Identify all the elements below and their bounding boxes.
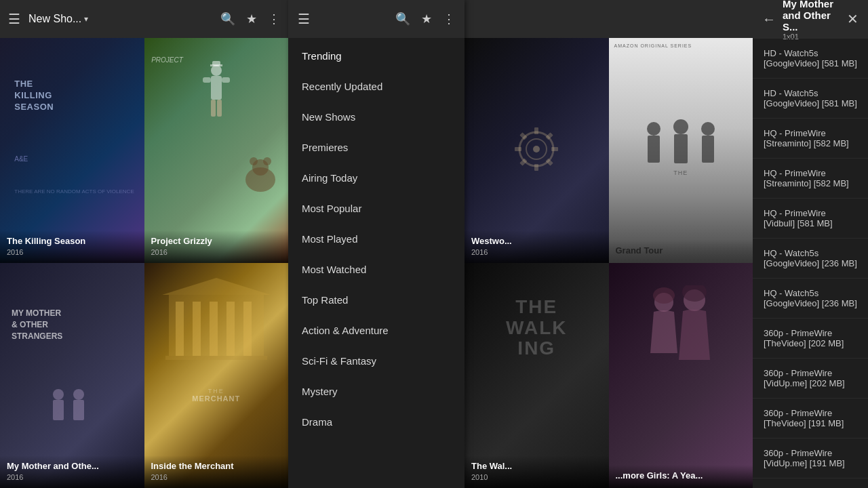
svg-rect-13 xyxy=(53,400,64,420)
content-card-westworld[interactable]: Westwo... 2016 xyxy=(465,38,609,263)
more-icon[interactable]: ⋮ xyxy=(268,12,280,26)
episode-item[interactable]: 360p - PrimeWire [TheVideo] [202 MB] xyxy=(753,319,868,359)
left-panel: ☰ New Sho... ▾ 🔍 ★ ⋮ THEKILLINGSEASON A&… xyxy=(0,0,288,488)
menu-item-new-shows[interactable]: New Shows xyxy=(288,102,465,132)
star-icon[interactable]: ★ xyxy=(246,12,257,26)
episode-item[interactable]: HD - Watch5s [GoogleVideo] [581 MB] xyxy=(753,79,868,119)
menu-item-drama[interactable]: Drama xyxy=(288,407,465,437)
svg-rect-5 xyxy=(222,77,230,83)
svg-rect-40 xyxy=(702,136,714,163)
episode-item[interactable]: HQ - Watch5s [GoogleVideo] [236 MB] xyxy=(753,239,868,279)
episode-item[interactable]: HQ - PrimeWire [Streaminto] [582 MB] xyxy=(753,119,868,159)
menu-item-recently-updated[interactable]: Recently Updated xyxy=(288,71,465,102)
middle-more-icon[interactable]: ⋮ xyxy=(443,12,455,26)
show-card-merchant[interactable]: THE MERCHANT Inside the Merchant 2016 xyxy=(144,263,289,488)
content-info-walking: The Wal... 2010 xyxy=(465,455,609,488)
svg-rect-23 xyxy=(165,356,267,360)
svg-point-10 xyxy=(250,157,258,165)
killing-tagline-overlay: THERE ARE NO RANDOM ACTS OF VIOLENCE xyxy=(14,188,137,195)
title-dropdown[interactable]: New Sho... ▾ xyxy=(28,13,212,25)
svg-rect-30 xyxy=(546,158,553,165)
episode-item[interactable]: HQ - PrimeWire [Vidbull] [581 MB] xyxy=(753,199,868,239)
search-icon[interactable]: 🔍 xyxy=(220,12,235,26)
svg-point-14 xyxy=(73,389,84,400)
svg-marker-22 xyxy=(162,278,271,295)
show-bg-mother xyxy=(0,263,144,488)
killing-title-overlay: THEKILLINGSEASON xyxy=(14,79,54,113)
menu-item-trending[interactable]: Trending xyxy=(288,41,465,71)
content-year-walking: 2010 xyxy=(471,473,602,481)
westworld-cog-svg xyxy=(509,122,564,176)
svg-rect-32 xyxy=(520,158,528,165)
right-content-grid: Westwo... 2016 AMAZON ORIGINAL SERIES TH… xyxy=(465,38,753,488)
svg-rect-18 xyxy=(193,302,201,356)
grand-tour-people-svg xyxy=(637,117,725,171)
show-card-killing[interactable]: THEKILLINGSEASON A&E THERE ARE NO RANDOM… xyxy=(0,38,144,263)
middle-search-icon[interactable]: 🔍 xyxy=(395,12,410,26)
show-year-mother: 2016 xyxy=(7,473,138,481)
right-content-panel: Westwo... 2016 AMAZON ORIGINAL SERIES TH… xyxy=(465,0,753,488)
svg-point-37 xyxy=(673,119,688,134)
menu-item-action-adventure[interactable]: Action & Adventure xyxy=(288,315,465,346)
episode-item[interactable]: 360p - PrimeWire [VidUp.me] [202 MB] xyxy=(753,359,868,399)
episode-item[interactable]: 360p - PrimeWire [TheVideo] [191 MB] xyxy=(753,399,868,439)
walking-overlay: THEWALKING xyxy=(472,297,601,359)
show-year-killing: 2016 xyxy=(7,248,138,256)
content-title-westworld: Westwo... xyxy=(471,236,602,247)
episode-item[interactable]: HQ - Watch5s [GoogleVideo] [236 MB] xyxy=(753,279,868,319)
content-card-grandtour[interactable]: AMAZON ORIGINAL SERIES THE Grand Tour xyxy=(609,38,753,263)
show-card-mother[interactable]: MY MOTHER& OTHERSTRANGERS My Mother and … xyxy=(0,263,144,488)
show-info-mother: My Mother and Othe... 2016 xyxy=(0,455,144,488)
hamburger-icon[interactable]: ☰ xyxy=(8,11,20,27)
svg-rect-2 xyxy=(212,61,220,66)
content-title-gilmore: ...more Girls: A Yea... xyxy=(616,470,747,481)
svg-rect-34 xyxy=(520,132,528,140)
content-info-gilmore: ...more Girls: A Yea... xyxy=(609,465,753,488)
gilmore-people-svg xyxy=(640,285,722,394)
menu-item-airing-today[interactable]: Airing Today xyxy=(288,163,465,193)
killing-network-overlay: A&E xyxy=(14,155,28,163)
far-right-title: My Mother and Other S... xyxy=(783,0,840,33)
svg-rect-19 xyxy=(210,302,218,356)
show-bg-killing xyxy=(0,38,144,263)
show-info-grizzly: Project Grizzly 2016 xyxy=(144,230,289,263)
content-card-walking[interactable]: THEWALKING The Wal... 2010 xyxy=(465,263,609,488)
episode-item[interactable]: HD - Watch5s [GoogleVideo] [581 MB] xyxy=(753,38,868,79)
middle-hamburger-icon[interactable]: ☰ xyxy=(298,11,310,27)
show-title-merchant: Inside the Merchant xyxy=(151,461,282,472)
menu-item-most-watched[interactable]: Most Watched xyxy=(288,254,465,285)
menu-item-mystery[interactable]: Mystery xyxy=(288,376,465,407)
content-title-grandtour: Grand Tour xyxy=(616,245,747,256)
bear-figure-svg xyxy=(240,152,281,200)
middle-star-icon[interactable]: ★ xyxy=(421,12,432,26)
show-card-grizzly[interactable]: PROJECT Project Grizzly 2016 xyxy=(144,38,289,263)
content-card-gilmore[interactable]: ...more Girls: A Yea... xyxy=(609,263,753,488)
chevron-down-icon: ▾ xyxy=(84,14,88,24)
content-info-grandtour: Grand Tour xyxy=(609,240,753,263)
close-icon[interactable]: ✕ xyxy=(847,11,859,27)
amazon-badge: AMAZON ORIGINAL SERIES xyxy=(614,43,692,48)
far-right-title-block: My Mother and Other S... 1x01 xyxy=(783,0,840,41)
svg-point-26 xyxy=(533,146,540,152)
menu-item-most-popular[interactable]: Most Popular xyxy=(288,193,465,224)
left-header-icons: 🔍 ★ ⋮ xyxy=(220,12,280,26)
back-icon[interactable]: ← xyxy=(762,12,776,27)
svg-rect-7 xyxy=(217,100,222,117)
svg-point-39 xyxy=(701,122,715,136)
show-info-killing: The Killing Season 2016 xyxy=(0,230,144,263)
episode-item[interactable]: HQ - PrimeWire [Streaminto] [582 MB] xyxy=(753,159,868,199)
svg-rect-6 xyxy=(211,100,216,117)
content-year-westworld: 2016 xyxy=(471,248,602,256)
merchant-text-overlay: THE MERCHANT xyxy=(151,388,281,403)
episode-item[interactable]: 360p - PrimeWire [VidUp.me] [191 MB] xyxy=(753,439,868,479)
menu-item-most-played[interactable]: Most Played xyxy=(288,224,465,254)
svg-rect-33 xyxy=(515,147,521,151)
far-right-header: ← My Mother and Other S... 1x01 ✕ xyxy=(753,0,868,38)
menu-item-sci-fi-fantasy[interactable]: Sci-Fi & Fantasy xyxy=(288,346,465,376)
middle-panel: ☰ 🔍 ★ ⋮ Trending Recently Updated New Sh… xyxy=(288,0,465,488)
content-title-walking: The Wal... xyxy=(471,461,602,472)
menu-item-top-rated[interactable]: Top Rated xyxy=(288,285,465,315)
grand-tour-label: THE xyxy=(616,165,745,178)
svg-point-35 xyxy=(647,122,660,136)
menu-item-premieres[interactable]: Premieres xyxy=(288,132,465,163)
